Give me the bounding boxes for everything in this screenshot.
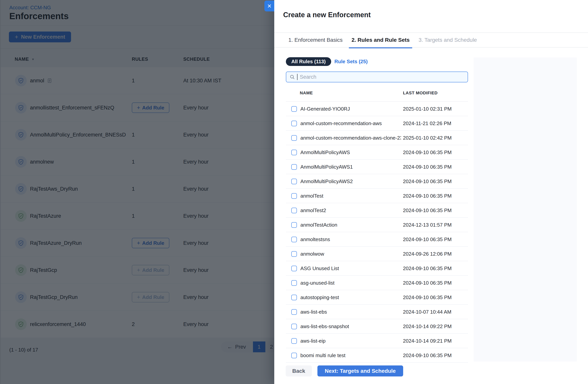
rule-row[interactable]: anmolTest 2024-09-10 06:35 PM — [286, 189, 468, 203]
rule-sets-filter-link[interactable]: Rule Sets (25) — [335, 58, 368, 65]
search-input[interactable] — [300, 72, 468, 82]
rule-name: anmol-custom-recommendation-aws-clone-23… — [300, 131, 401, 145]
rule-row[interactable]: autostopping-test 2024-09-10 06:35 PM — [286, 290, 468, 305]
back-button[interactable]: Back — [286, 365, 312, 376]
rule-name: aws-list-eip — [300, 334, 326, 348]
rule-last-modified: 2024-09-10 06:35 PM — [403, 276, 452, 290]
rule-name: anmolTest2 — [300, 203, 326, 218]
rule-row[interactable]: anmolTestAction 2024-12-13 01:57 PM — [286, 218, 468, 232]
rule-last-modified: 2024-10-07 10:44 AM — [403, 305, 451, 319]
rule-checkbox[interactable] — [291, 150, 297, 155]
selection-preview-panel — [474, 58, 577, 362]
rule-row[interactable]: anmolwow 2024-09-26 12:06 PM — [286, 247, 468, 261]
rule-name: anmolwow — [300, 247, 324, 261]
rules-filter-toggle: All Rules (113) Rule Sets (25) — [286, 57, 368, 66]
rule-name: AnmolMultiPolicyAWS1 — [300, 160, 353, 174]
rule-row[interactable]: anmol-custom-recommendation-aws-clone-23… — [286, 131, 468, 145]
rule-row[interactable]: asg-unused-list 2024-09-10 06:35 PM — [286, 276, 468, 290]
rule-name: aws-list-ebs-snapshot — [300, 319, 349, 334]
tab-targets-and-schedule[interactable]: 3. Targets and Schedule — [419, 37, 477, 43]
drawer-title: Create a new Enforcement — [283, 11, 371, 19]
tab-rules-and-rule-sets[interactable]: 2. Rules and Rule Sets — [352, 37, 410, 43]
rule-row[interactable]: aws-list-ebs-snapshot 2024-10-14 09:22 P… — [286, 319, 468, 334]
rule-checkbox[interactable] — [291, 251, 297, 257]
rule-row[interactable]: aws-list-eip 2024-10-14 09:21 PM — [286, 334, 468, 348]
rule-checkbox[interactable] — [291, 106, 297, 112]
all-rules-filter-pill[interactable]: All Rules (113) — [286, 57, 331, 66]
rule-last-modified: 2024-10-14 09:22 PM — [403, 319, 452, 334]
rule-checkbox[interactable] — [291, 193, 297, 199]
rules-column-header-name: NAME — [300, 91, 313, 96]
rule-last-modified: 2024-09-10 06:35 PM — [403, 160, 452, 174]
drawer-footer: Back Next: Targets and Schedule — [286, 365, 403, 376]
rule-checkbox[interactable] — [291, 280, 297, 286]
rule-last-modified: 2024-09-26 12:06 PM — [403, 247, 452, 261]
rule-last-modified: 2024-10-14 09:21 PM — [403, 334, 452, 348]
rule-checkbox[interactable] — [291, 295, 297, 300]
create-enforcement-drawer: Create a new Enforcement 1. Enforcement … — [274, 0, 588, 384]
rule-row[interactable]: AI-Generated-YIO0RJ 2025-01-10 02:31 PM — [286, 102, 468, 116]
rule-checkbox[interactable] — [291, 164, 297, 170]
rule-last-modified: 2025-01-10 02:31 PM — [403, 102, 452, 116]
rule-last-modified: 2024-09-10 06:35 PM — [403, 203, 452, 218]
rule-name: autostopping-test — [300, 290, 339, 305]
rule-checkbox[interactable] — [291, 324, 297, 329]
rule-last-modified: 2025-01-10 02:42 PM — [403, 131, 452, 145]
tab-enforcement-basics[interactable]: 1. Enforcement Basics — [288, 37, 343, 43]
rule-name: asg-unused-list — [300, 276, 335, 290]
rule-row[interactable]: anmoltestsns 2024-09-10 06:35 PM — [286, 232, 468, 247]
rule-last-modified: 2024-09-10 06:35 PM — [403, 290, 452, 305]
rule-checkbox[interactable] — [291, 237, 297, 242]
rule-row[interactable]: ASG Unused List 2024-09-10 06:35 PM — [286, 261, 468, 276]
rule-row[interactable]: anmol-custom-recommendation-aws 2024-11-… — [286, 116, 468, 131]
rule-name: AnmolMultiPolicyAWS2 — [300, 174, 353, 189]
rule-last-modified: 2024-09-10 06:35 PM — [403, 174, 452, 189]
wizard-tabs: 1. Enforcement Basics 2. Rules and Rule … — [274, 33, 588, 48]
rule-checkbox[interactable] — [291, 338, 297, 344]
rule-checkbox[interactable] — [291, 121, 297, 126]
rule-row[interactable]: anmolTest2 2024-09-10 06:35 PM — [286, 203, 468, 218]
rule-checkbox[interactable] — [291, 208, 297, 213]
rule-last-modified: 2024-09-10 06:35 PM — [403, 232, 452, 247]
search-icon — [290, 75, 295, 79]
rule-checkbox[interactable] — [291, 309, 297, 315]
rule-checkbox[interactable] — [291, 353, 297, 358]
rule-last-modified: 2024-09-10 06:35 PM — [403, 145, 452, 160]
rules-column-header-modified: LAST MODIFIED — [403, 91, 438, 96]
close-icon-button[interactable] — [264, 0, 274, 11]
rule-row[interactable]: AnmolMultiPolicyAWS1 2024-09-10 06:35 PM — [286, 160, 468, 174]
close-icon — [267, 3, 272, 8]
rule-name: anmolTestAction — [300, 218, 337, 232]
rule-last-modified: 2024-11-21 02:26 PM — [403, 116, 451, 131]
next-button[interactable]: Next: Targets and Schedule — [317, 365, 403, 376]
rule-name: anmoltestsns — [300, 232, 330, 247]
rule-last-modified: 2024-09-10 06:35 PM — [403, 189, 452, 203]
rule-row[interactable]: AnmolMultiPolicyAWS2 2024-09-10 06:35 PM — [286, 174, 468, 189]
rules-list: AI-Generated-YIO0RJ 2025-01-10 02:31 PM … — [286, 101, 468, 363]
rule-checkbox[interactable] — [291, 222, 297, 228]
rule-name: AnmolMultiPolicyAWS — [300, 145, 350, 160]
rule-name: boomi multi rule test — [300, 348, 345, 363]
rule-last-modified: 2024-12-13 01:57 PM — [403, 218, 452, 232]
rule-checkbox[interactable] — [291, 266, 297, 271]
rule-last-modified: 2024-09-10 06:35 PM — [403, 261, 452, 276]
rule-last-modified: 2024-09-10 06:35 PM — [403, 348, 452, 363]
rules-list-header: NAME LAST MODIFIED — [286, 91, 468, 96]
rule-name: aws-list-ebs — [300, 305, 327, 319]
search-box — [286, 72, 468, 82]
rule-name: ASG Unused List — [300, 261, 339, 276]
rule-name: anmolTest — [300, 189, 323, 203]
rule-name: anmol-custom-recommendation-aws — [300, 116, 382, 131]
rule-checkbox[interactable] — [291, 135, 297, 141]
rule-checkbox[interactable] — [291, 179, 297, 184]
rule-name: AI-Generated-YIO0RJ — [300, 102, 350, 116]
rule-row[interactable]: aws-list-ebs 2024-10-07 10:44 AM — [286, 305, 468, 319]
rule-row[interactable]: boomi multi rule test 2024-09-10 06:35 P… — [286, 348, 468, 363]
text-caret — [297, 74, 297, 80]
rule-row[interactable]: AnmolMultiPolicyAWS 2024-09-10 06:35 PM — [286, 145, 468, 160]
